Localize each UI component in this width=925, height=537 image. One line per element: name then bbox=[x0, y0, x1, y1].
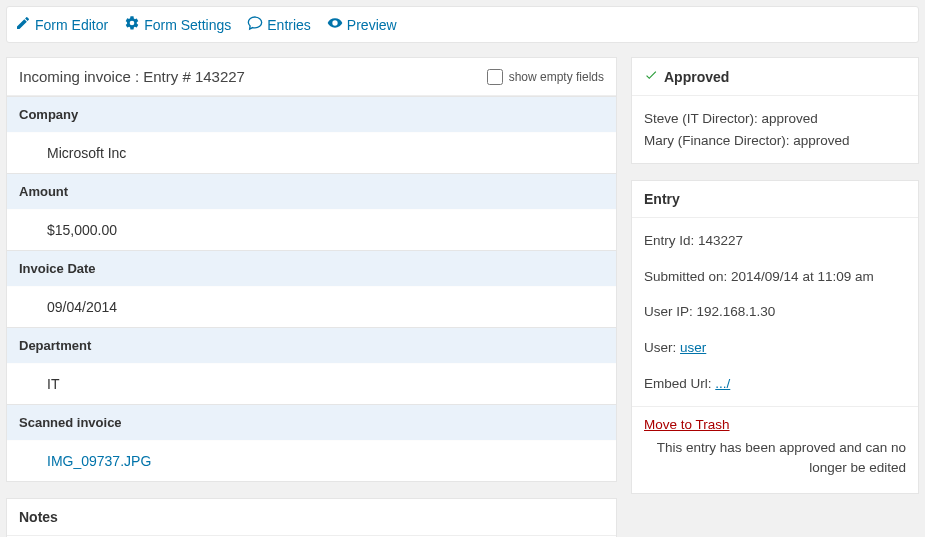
approver-line-2: Mary (Finance Director): approved bbox=[644, 130, 906, 152]
left-column: Incoming invoice : Entry # 143227 show e… bbox=[6, 57, 617, 537]
field-label-invoice-date: Invoice Date bbox=[7, 250, 616, 286]
preview-label: Preview bbox=[347, 17, 397, 33]
submitted-label: Submitted on: bbox=[644, 269, 731, 284]
notes-panel: Notes bbox=[6, 498, 617, 537]
field-label-department: Department bbox=[7, 327, 616, 363]
notes-title: Notes bbox=[7, 499, 616, 536]
form-editor-link[interactable]: Form Editor bbox=[15, 11, 108, 38]
form-editor-label: Form Editor bbox=[35, 17, 108, 33]
entry-title: Incoming invoice : Entry # 143227 bbox=[19, 68, 245, 85]
embed-link[interactable]: .../ bbox=[715, 376, 730, 391]
check-icon bbox=[644, 68, 658, 85]
right-column: Approved Steve (IT Director): approved M… bbox=[631, 57, 919, 494]
entry-meta-body: Entry Id: 143227 Submitted on: 2014/09/1… bbox=[632, 218, 918, 406]
form-settings-label: Form Settings bbox=[144, 17, 231, 33]
embed-line: Embed Url: .../ bbox=[644, 373, 906, 395]
show-empty-label: show empty fields bbox=[509, 70, 604, 84]
field-value-scanned: IMG_09737.JPG bbox=[7, 440, 616, 481]
eye-icon bbox=[327, 15, 343, 34]
gears-icon bbox=[124, 15, 140, 34]
entry-header: Incoming invoice : Entry # 143227 show e… bbox=[7, 58, 616, 96]
field-value-amount: $15,000.00 bbox=[7, 209, 616, 250]
field-value-department: IT bbox=[7, 363, 616, 404]
entry-id-value: 143227 bbox=[698, 233, 743, 248]
approved-panel: Approved Steve (IT Director): approved M… bbox=[631, 57, 919, 164]
entry-id-label: Entry Id: bbox=[644, 233, 698, 248]
preview-link[interactable]: Preview bbox=[327, 11, 397, 38]
entry-meta-footer: Move to Trash This entry has been approv… bbox=[632, 406, 918, 493]
field-label-amount: Amount bbox=[7, 173, 616, 209]
show-empty-checkbox[interactable] bbox=[487, 69, 503, 85]
approved-title: Approved bbox=[632, 58, 918, 96]
show-empty-toggle[interactable]: show empty fields bbox=[487, 69, 604, 85]
approved-note: This entry has been approved and can no … bbox=[644, 438, 906, 479]
entries-link[interactable]: Entries bbox=[247, 11, 311, 38]
user-line: User: user bbox=[644, 337, 906, 359]
move-to-trash-link[interactable]: Move to Trash bbox=[644, 417, 730, 432]
embed-label: Embed Url: bbox=[644, 376, 715, 391]
scanned-file-link[interactable]: IMG_09737.JPG bbox=[47, 453, 151, 469]
entry-id-line: Entry Id: 143227 bbox=[644, 230, 906, 252]
form-settings-link[interactable]: Form Settings bbox=[124, 11, 231, 38]
entry-meta-title: Entry bbox=[632, 181, 918, 218]
entries-label: Entries bbox=[267, 17, 311, 33]
top-toolbar: Form Editor Form Settings Entries Previe… bbox=[6, 6, 919, 43]
userip-label: User IP: bbox=[644, 304, 697, 319]
field-label-company: Company bbox=[7, 96, 616, 132]
approved-body: Steve (IT Director): approved Mary (Fina… bbox=[632, 96, 918, 163]
user-label: User: bbox=[644, 340, 680, 355]
approver-line-1: Steve (IT Director): approved bbox=[644, 108, 906, 130]
user-link[interactable]: user bbox=[680, 340, 706, 355]
submitted-value: 2014/09/14 at 11:09 am bbox=[731, 269, 874, 284]
field-value-company: Microsoft Inc bbox=[7, 132, 616, 173]
edit-icon bbox=[15, 15, 31, 34]
entry-detail-panel: Incoming invoice : Entry # 143227 show e… bbox=[6, 57, 617, 482]
comment-icon bbox=[247, 15, 263, 34]
approved-title-text: Approved bbox=[664, 69, 729, 85]
userip-line: User IP: 192.168.1.30 bbox=[644, 301, 906, 323]
entry-meta-panel: Entry Entry Id: 143227 Submitted on: 201… bbox=[631, 180, 919, 493]
field-value-invoice-date: 09/04/2014 bbox=[7, 286, 616, 327]
userip-value: 192.168.1.30 bbox=[697, 304, 776, 319]
field-label-scanned: Scanned invoice bbox=[7, 404, 616, 440]
main-wrap: Incoming invoice : Entry # 143227 show e… bbox=[0, 57, 925, 537]
submitted-line: Submitted on: 2014/09/14 at 11:09 am bbox=[644, 266, 906, 288]
